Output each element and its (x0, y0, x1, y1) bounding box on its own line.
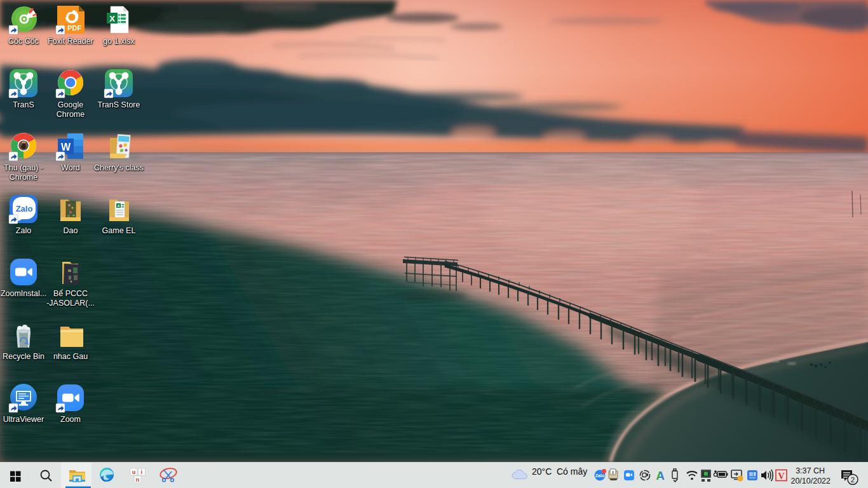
svg-text:X: X (117, 204, 119, 208)
svg-text:i: i (141, 469, 143, 475)
svg-text:2: 2 (851, 476, 855, 484)
svg-text:Zalo: Zalo (16, 204, 33, 214)
svg-text:PDF: PDF (67, 24, 81, 32)
svg-text:X: X (109, 14, 115, 24)
svg-text:n: n (136, 477, 140, 483)
svg-text:u: u (132, 469, 136, 475)
svg-text:W: W (61, 142, 71, 152)
svg-text:A: A (656, 469, 665, 482)
